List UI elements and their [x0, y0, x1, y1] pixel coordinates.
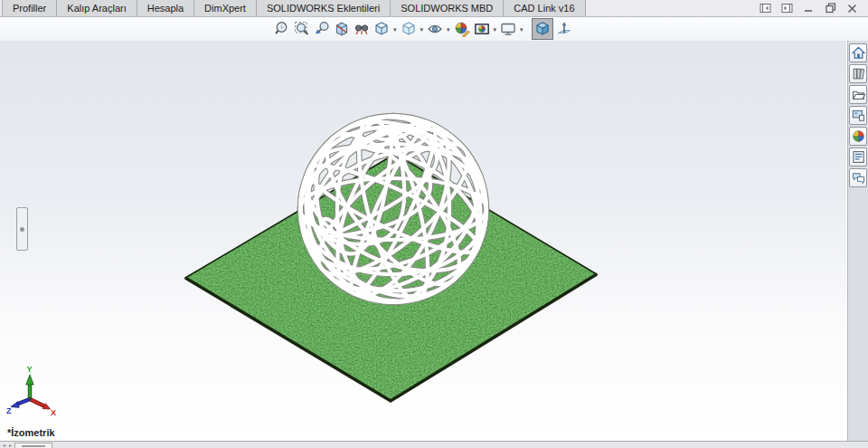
- tab-hesapla[interactable]: Hesapla: [137, 0, 194, 16]
- tab-scroll-next-icon[interactable]: ►: [8, 443, 13, 448]
- view-settings-caret-icon[interactable]: ▾: [520, 26, 524, 33]
- window-controls: [759, 1, 859, 15]
- command-manager-tab-bar: Profiller Kalıp Araçları Hesapla DimXper…: [0, 0, 868, 17]
- apply-scene-caret-icon[interactable]: ▾: [494, 26, 497, 33]
- collapsed-panel-handle-icon: [20, 227, 24, 232]
- design-library-button[interactable]: [849, 64, 867, 83]
- model-tab[interactable]: [14, 443, 52, 448]
- tab-scroll-prev-icon[interactable]: ◄: [2, 443, 6, 448]
- model-tabs-bar: ◄ ►: [0, 441, 868, 448]
- previous-view-icon[interactable]: [313, 20, 331, 38]
- tab-solidworks-mbd[interactable]: SOLIDWORKS MBD: [391, 0, 504, 16]
- section-view-icon[interactable]: [333, 20, 351, 38]
- view-palette-button[interactable]: [849, 106, 867, 125]
- task-pane-strip: [847, 41, 868, 441]
- reference-triad: Y X Z: [5, 363, 61, 421]
- solidworks-resources-button[interactable]: [849, 43, 867, 62]
- heads-up-toolbar: ▾ ▾ ▾ ▾ ▾: [0, 17, 868, 41]
- triad-y-label: Y: [27, 365, 33, 374]
- file-explorer-button[interactable]: [849, 85, 867, 104]
- view-orientation-icon[interactable]: [373, 20, 391, 38]
- display-style-icon[interactable]: [400, 20, 418, 38]
- triad-z-axis: [11, 399, 30, 407]
- monitor-palette-icon: [852, 109, 865, 122]
- minimize-icon[interactable]: [802, 2, 816, 14]
- dynamic-annotation-views-icon[interactable]: [353, 20, 371, 38]
- triad-x-axis: [30, 399, 51, 409]
- tab-profiller[interactable]: Profiller: [2, 0, 57, 16]
- custom-properties-button[interactable]: [849, 148, 867, 167]
- appearances-scenes-button[interactable]: [849, 127, 867, 146]
- zoom-to-fit-icon[interactable]: [273, 20, 291, 38]
- home-icon: [852, 46, 865, 60]
- toggle-pane-left-icon[interactable]: [759, 2, 772, 14]
- view-settings-icon[interactable]: [499, 20, 517, 38]
- tab-solidworks-eklentileri[interactable]: SOLIDWORKS Eklentileri: [257, 0, 391, 16]
- zoom-to-area-icon[interactable]: [293, 20, 311, 38]
- view-orientation-label: *İzometrik: [7, 427, 55, 438]
- triad-y-axis: [26, 375, 33, 399]
- view-orientation-caret-icon[interactable]: ▾: [393, 26, 397, 33]
- apply-scene-icon[interactable]: [473, 20, 491, 38]
- collapsed-panel-tab[interactable]: [16, 207, 28, 251]
- hide-show-items-caret-icon[interactable]: ▾: [447, 26, 450, 33]
- edit-appearance-icon[interactable]: [453, 20, 471, 38]
- color-ball-icon: [852, 129, 865, 143]
- restore-down-icon[interactable]: [824, 2, 837, 14]
- triad-origin: [28, 397, 32, 401]
- display-style-caret-icon[interactable]: ▾: [420, 26, 424, 33]
- 3d-drawing-view-button[interactable]: [532, 18, 553, 40]
- tab-cad-link-v16[interactable]: CAD Link v16: [504, 0, 585, 16]
- speech-bubbles-icon: [852, 171, 865, 185]
- graphics-area[interactable]: Y X Z *İzometrik: [0, 41, 846, 441]
- tab-dimxpert[interactable]: DimXpert: [194, 0, 257, 16]
- toggle-pane-right-icon[interactable]: [780, 2, 794, 14]
- triad-x-label: X: [51, 408, 56, 417]
- triad-z-label: Z: [6, 406, 12, 415]
- close-icon[interactable]: [845, 2, 859, 14]
- folder-icon: [852, 88, 865, 101]
- books-icon: [852, 67, 865, 81]
- model-scene: [0, 41, 846, 441]
- normal-to-icon[interactable]: [555, 20, 573, 38]
- hide-show-items-icon[interactable]: [426, 20, 444, 38]
- form-list-icon: [852, 150, 865, 164]
- tab-kalip-araclari[interactable]: Kalıp Araçları: [57, 0, 137, 16]
- solidworks-forum-button[interactable]: [849, 168, 867, 187]
